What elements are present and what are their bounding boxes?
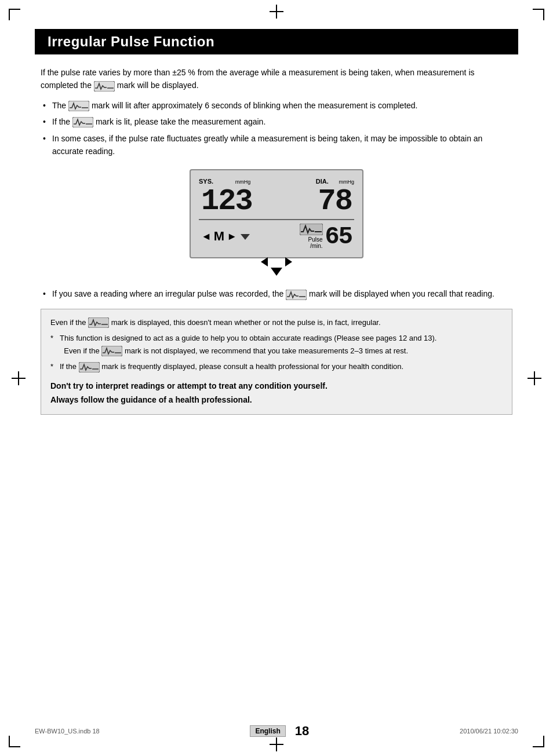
warning-note2: If the mark is frequently displayed, ple… (50, 360, 503, 372)
svg-rect-11 (88, 317, 109, 328)
pulse-value: 65 (325, 225, 352, 249)
page-container: Irregular Pulse Function If the pulse ra… (0, 0, 553, 756)
pulse-label: Pulse/min. (300, 236, 323, 249)
section-title: Irregular Pulse Function (48, 34, 214, 50)
svg-rect-7 (300, 224, 323, 235)
section-header: Irregular Pulse Function (35, 29, 518, 54)
intro-text-after: mark will be displayed. (115, 81, 199, 90)
pulse-icon-bullet-2 (72, 117, 93, 127)
bullet-item-1: The mark will lit after approximately 6 … (41, 99, 512, 112)
arrow-right-icon (285, 257, 292, 266)
footer-right: English 18 (250, 724, 309, 739)
bp-bottom-row: ◄ M ► (199, 222, 354, 249)
svg-rect-2 (68, 101, 89, 111)
intro-paragraph: If the pulse rate varies by more than ±2… (41, 66, 512, 92)
bp-divider (199, 219, 354, 220)
pulse-icon-inline-1 (94, 81, 115, 92)
svg-rect-15 (79, 362, 100, 372)
svg-rect-9 (286, 290, 307, 300)
pulse-icon-bullet-1 (68, 101, 89, 111)
bp-pulse-section: Pulse/min. 65 (300, 224, 352, 249)
pulse-icon-warning-1 (88, 317, 109, 328)
arrow-left-icon (261, 257, 268, 266)
svg-marker-6 (241, 234, 250, 240)
arrow-down-icon (239, 231, 251, 242)
warning-box: Even if the mark is displayed, this does… (41, 309, 512, 415)
crosshair-right (527, 371, 541, 385)
page-footer: EW-BW10_US.indb 18 English 18 2010/06/21… (0, 724, 553, 739)
arrow-down-main-icon (271, 268, 282, 276)
pulse-icon-warning-2 (101, 346, 122, 356)
after-display-paragraph: If you save a reading where an irregular… (41, 287, 512, 300)
pulse-icon-warning-3 (79, 362, 100, 372)
svg-rect-4 (72, 117, 93, 127)
display-arrows (261, 257, 292, 276)
header-right-bar (495, 29, 518, 54)
bullet-item-3: In some cases, if the pulse rate fluctua… (41, 132, 512, 158)
bullet-item-2: If the mark is lit, please take the meas… (41, 115, 512, 128)
bp-display: SYS. mmHg DIA. mmHg 123 78 (190, 169, 363, 258)
sys-value: 123 (201, 187, 252, 217)
corner-mark-tr (533, 9, 544, 20)
bp-numbers-row: 123 78 (199, 187, 354, 217)
display-wrapper: SYS. mmHg DIA. mmHg 123 78 (41, 169, 512, 258)
corner-mark-tl (9, 9, 20, 20)
warning-bold-text: Don't try to interpret readings or attem… (50, 379, 503, 407)
main-content: If the pulse rate varies by more than ±2… (35, 66, 518, 415)
footer-page-number: 18 (295, 724, 309, 739)
pulse-icon-display (300, 224, 323, 235)
crosshair-top (270, 5, 283, 19)
memory-label: M (214, 229, 224, 244)
header-title-bg: Irregular Pulse Function (42, 29, 495, 54)
bp-memory: ◄ M ► (201, 229, 251, 244)
header-left-bar (35, 29, 42, 54)
svg-rect-13 (101, 346, 122, 356)
dia-value: 78 (318, 187, 352, 217)
footer-language: English (250, 725, 285, 737)
warning-line1: Even if the mark is displayed, this does… (50, 316, 503, 328)
footer-file: EW-BW10_US.indb 18 (35, 728, 100, 735)
crosshair-bottom (270, 737, 283, 751)
crosshair-left (12, 371, 26, 385)
svg-rect-0 (94, 81, 115, 92)
footer-timestamp: 2010/06/21 10:02:30 (460, 728, 518, 735)
bullet-list: The mark will lit after approximately 6 … (41, 99, 512, 158)
warning-note1: This function is designed to act as a gu… (50, 332, 503, 357)
pulse-icon-after (286, 290, 307, 300)
